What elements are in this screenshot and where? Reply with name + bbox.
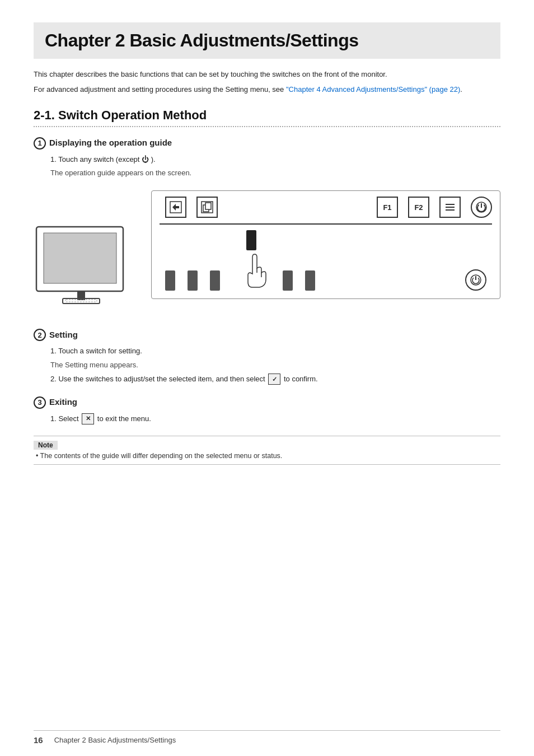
intro-para1: This chapter describes the basic functio… — [34, 69, 500, 81]
step2-sub2-suffix: to confirm. — [282, 375, 317, 383]
step3-sub1: 1. Select ✕ to exit the menu. — [50, 413, 500, 425]
intro-para2: For advanced adjustment and setting proc… — [34, 84, 500, 96]
confirm-icon: ✓ — [268, 374, 280, 385]
input-switch-icon — [165, 197, 186, 218]
monitor-svg — [34, 224, 134, 314]
step3-sub1-prefix: 1. Select — [50, 414, 81, 423]
chapter-title-block: Chapter 2 Basic Adjustments/Settings — [34, 22, 500, 59]
step3-title-text: Exiting — [49, 397, 77, 407]
section-heading: 2-1. Switch Operation Method — [34, 108, 500, 127]
svg-marker-12 — [172, 204, 179, 211]
step2-title-text: Setting — [49, 330, 78, 339]
monitor-illustration — [34, 224, 146, 315]
step3-sub1-suffix: to exit the menu. — [95, 414, 151, 423]
footer-chapter-text: Chapter 2 Basic Adjustments/Settings — [54, 736, 176, 744]
hand-area — [232, 230, 270, 291]
step2-sub1-note: The Setting menu appears. — [50, 360, 500, 371]
page-footer: 16 Chapter 2 Basic Adjustments/Settings — [34, 730, 500, 745]
step3-block: 3 Exiting 1. Select ✕ to exit the menu. — [34, 396, 500, 425]
step2-sub2: 2. Use the switches to adjust/set the se… — [50, 374, 500, 385]
step3-title-row: 3 Exiting — [34, 396, 500, 409]
chapter-title: Chapter 2 Basic Adjustments/Settings — [45, 30, 489, 51]
note-label: Note — [34, 441, 58, 450]
f1-switch-icon: F1 — [377, 197, 398, 218]
step1-title-text: Displaying the operation guide — [49, 138, 172, 147]
hand-svg — [237, 251, 270, 291]
intro-para2-suffix: . — [460, 85, 462, 94]
step2-number: 2 — [34, 329, 46, 341]
menu-switch-icon — [439, 197, 461, 218]
touch-bar-3 — [210, 270, 220, 291]
page-container: Chapter 2 Basic Adjustments/Settings Thi… — [0, 0, 534, 756]
step2-block: 2 Setting 1. Touch a switch for setting.… — [34, 329, 500, 385]
step1-block: 1 Displaying the operation guide 1. Touc… — [34, 137, 500, 180]
step3-number: 3 — [34, 396, 46, 409]
svg-rect-15 — [205, 203, 211, 209]
svg-rect-1 — [44, 233, 116, 283]
footer-page-number: 16 — [34, 735, 43, 745]
switch-panel-bottom-row — [160, 230, 492, 291]
touch-bar-2 — [188, 270, 198, 291]
note-text: • The contents of the guide will differ … — [34, 452, 500, 460]
copy-switch-icon — [196, 197, 218, 218]
switch-panel-top-row: F1 F2 — [160, 197, 492, 225]
diagram-area: F1 F2 — [34, 190, 500, 315]
step2-sub2-prefix: 2. Use the switches to adjust/set the se… — [50, 375, 267, 383]
touch-bar-6 — [305, 270, 315, 291]
note-box: Note • The contents of the guide will di… — [34, 436, 500, 465]
step1-sub1-note: The operation guide appears on the scree… — [50, 167, 500, 179]
step2-sub1: 1. Touch a switch for setting. — [50, 346, 500, 357]
touch-bar-4 — [246, 230, 256, 250]
touch-bar-5 — [283, 270, 293, 291]
step2-title-row: 2 Setting — [34, 329, 500, 341]
intro-para2-prefix: For advanced adjustment and setting proc… — [34, 85, 286, 94]
power-switch-icon — [471, 197, 492, 218]
touch-bar-1 — [165, 270, 175, 291]
f2-switch-icon: F2 — [408, 197, 429, 218]
power-touch-btn — [465, 269, 486, 291]
footer-content: 16 Chapter 2 Basic Adjustments/Settings — [34, 735, 500, 745]
switch-panel: F1 F2 — [151, 190, 500, 299]
step1-title-row: 1 Displaying the operation guide — [34, 137, 500, 150]
step1-sub1: 1. Touch any switch (except ⏻ ). — [50, 154, 500, 166]
step1-number: 1 — [34, 137, 46, 150]
chapter4-link[interactable]: "Chapter 4 Advanced Adjustments/Settings… — [286, 85, 460, 94]
exit-icon: ✕ — [82, 413, 94, 424]
